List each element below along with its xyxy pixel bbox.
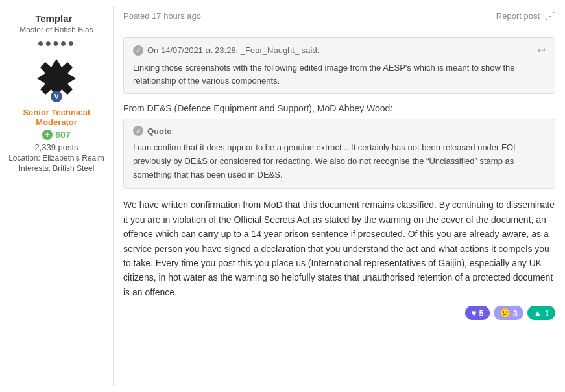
moderator-badge: V: [51, 91, 62, 102]
confused-icon: 😕: [499, 308, 511, 318]
avatar: V: [34, 56, 79, 101]
reputation-count: + 607: [6, 130, 106, 140]
quote-attribution: On 14/07/2021 at 23:28, _Fear_Naught_ sa…: [147, 45, 319, 55]
confused-reaction-button[interactable]: 😕 3: [494, 306, 523, 320]
like-reaction-button[interactable]: ♥ 5: [465, 306, 490, 320]
reputation-dots: ●●●●●: [6, 38, 106, 49]
inner-quote-header: ✓ Quote: [133, 126, 546, 136]
inner-quote-text: I can confirm that it does appear to be …: [133, 141, 546, 181]
sidebar: Templar_ Master of British Bias ●●●●● V …: [0, 6, 114, 386]
reply-icon: ↩: [537, 44, 546, 56]
share-icon[interactable]: ⋰: [545, 10, 555, 22]
post-header: Posted 17 hours ago Report post ⋰: [123, 6, 555, 29]
location: Location: Elizabeth's Realm: [6, 154, 106, 163]
reactions-bar: ♥ 5 😕 3 ▲ 1: [123, 306, 555, 320]
post-container: Templar_ Master of British Bias ●●●●● V …: [0, 0, 565, 392]
upvote-icon: ▲: [533, 308, 542, 318]
quote-header: ✓ On 14/07/2021 at 23:28, _Fear_Naught_ …: [133, 44, 546, 56]
quoted-text: Linking those screenshots with the follo…: [133, 62, 546, 87]
confused-count: 3: [513, 308, 518, 318]
user-title: Master of British Bias: [6, 25, 106, 34]
upvote-count: 1: [545, 308, 549, 318]
inner-quote-icon: ✓: [133, 126, 143, 136]
post-timestamp: Posted 17 hours ago: [123, 11, 201, 21]
upvote-reaction-button[interactable]: ▲ 1: [527, 306, 555, 320]
report-post-button[interactable]: Report post: [496, 11, 540, 21]
from-des-text: From DE&S (Defence Equipment and Support…: [123, 103, 555, 113]
inner-quote-title: Quote: [147, 126, 172, 136]
inner-quote: ✓ Quote I can confirm that it does appea…: [123, 119, 555, 189]
user-role: Senior Technical Moderator: [6, 108, 106, 127]
post-actions: Report post ⋰: [496, 10, 555, 22]
like-count: 5: [479, 308, 483, 318]
post-count: 2,339 posts: [6, 143, 106, 152]
main-post-text: We have written confirmation from MoD th…: [123, 198, 555, 299]
like-icon: ♥: [471, 308, 476, 318]
quote-icon: ✓: [133, 45, 143, 56]
interests: Interests: British Steel: [6, 164, 106, 173]
post-content: Posted 17 hours ago Report post ⋰ ✓ On 1…: [114, 6, 565, 386]
outer-quote: ✓ On 14/07/2021 at 23:28, _Fear_Naught_ …: [123, 37, 555, 94]
rep-plus-icon: +: [42, 130, 53, 140]
username: Templar_: [6, 13, 106, 24]
